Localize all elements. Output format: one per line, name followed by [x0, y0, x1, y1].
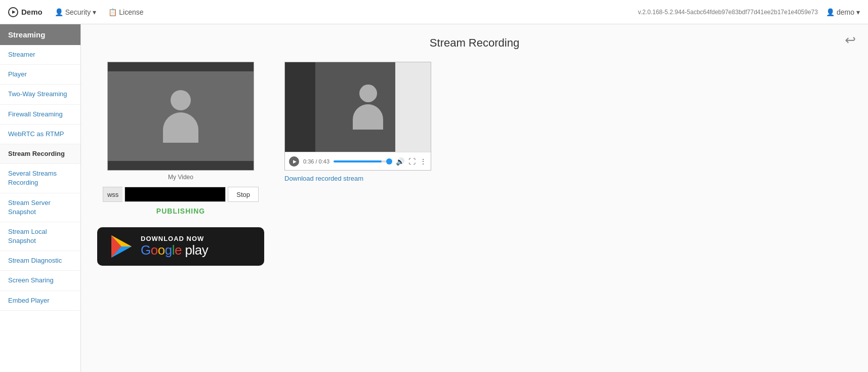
person-body [163, 112, 198, 143]
wss-prefix-label: wss [103, 187, 122, 202]
user-label: demo [837, 8, 854, 16]
security-label: Security [65, 8, 91, 16]
rv-content-right [395, 62, 431, 152]
rv-video-area [285, 62, 431, 152]
rv-play-button[interactable]: ▶ [289, 156, 299, 167]
version-text: v.2.0.168-5.2.944-5acbc64fdeb97e83bdf77d… [638, 9, 818, 16]
rv-person-body [353, 104, 383, 130]
sidebar-item-server-snapshot[interactable]: Stream Server Snapshot [0, 193, 80, 222]
rv-progress-bar[interactable] [334, 160, 392, 162]
wss-input[interactable] [125, 187, 226, 202]
sidebar-item-diagnostic[interactable]: Stream Diagnostic [0, 251, 80, 271]
rv-progress-dot [386, 158, 392, 164]
license-icon: 📋 [108, 8, 117, 16]
download-recorded-link[interactable]: Download recorded stream [284, 175, 363, 182]
recorded-video: ▶ 0:36 / 0:43 🔊 ⛶ ⋮ [284, 62, 431, 171]
webcam-video [107, 62, 254, 171]
sidebar-item-screen-sharing[interactable]: Screen Sharing [0, 271, 80, 291]
person-placeholder-icon [163, 90, 198, 143]
publishing-status: PUBLISHING [156, 207, 205, 215]
sidebar-item-player[interactable]: Player [0, 65, 80, 85]
rv-controls: ▶ 0:36 / 0:43 🔊 ⛶ ⋮ [285, 152, 431, 170]
google-play-name: Google play [141, 242, 208, 258]
brand-icon [8, 7, 18, 17]
security-icon: 👤 [55, 8, 63, 16]
layout: Streaming Streamer Player Two-Way Stream… [0, 24, 868, 372]
share-icon[interactable]: ↪ [845, 32, 856, 48]
rv-person-icon [353, 85, 383, 130]
webcam-panel: My Video wss Stop PUBLISHING [97, 62, 264, 266]
wss-row: wss Stop [103, 187, 259, 202]
stop-button[interactable]: Stop [228, 187, 259, 202]
rv-progress-fill [334, 160, 382, 162]
sidebar-item-firewall[interactable]: Firewall Streaming [0, 105, 80, 125]
rv-person-head [359, 85, 377, 102]
rv-more-icon[interactable]: ⋮ [420, 157, 427, 166]
content-row: My Video wss Stop PUBLISHING [97, 62, 852, 266]
person-head [171, 90, 191, 110]
user-icon: 👤 [826, 8, 835, 16]
topnav: Demo 👤 Security ▾ 📋 License v.2.0.168-5.… [0, 0, 868, 24]
license-label: License [119, 8, 143, 16]
google-play-banner[interactable]: DOWNLOAD NOW Google play [97, 227, 264, 266]
page-title: Stream Recording [97, 36, 852, 50]
sidebar-header: Streaming [0, 24, 80, 45]
sidebar-item-webrtc[interactable]: WebRTC as RTMP [0, 125, 80, 144]
topnav-right: v.2.0.168-5.2.944-5acbc64fdeb97e83bdf77d… [638, 8, 860, 16]
video-label: My Video [168, 174, 193, 181]
brand-logo[interactable]: Demo [8, 7, 43, 17]
brand-label: Demo [21, 8, 43, 16]
rv-time-display: 0:36 / 0:43 [303, 158, 329, 164]
sidebar-item-two-way[interactable]: Two-Way Streaming [0, 85, 80, 104]
rv-fullscreen-icon[interactable]: ⛶ [408, 157, 416, 166]
google-play-text: DOWNLOAD NOW Google play [141, 235, 208, 258]
main-content: ↪ Stream Recording My Video wss Stop PUB… [81, 24, 868, 372]
download-now-label: DOWNLOAD NOW [141, 235, 208, 242]
rv-volume-icon[interactable]: 🔊 [396, 157, 404, 166]
topnav-left: Demo 👤 Security ▾ 📋 License [8, 7, 144, 17]
sidebar-item-streamer[interactable]: Streamer [0, 45, 80, 65]
sidebar-item-local-snapshot[interactable]: Stream Local Snapshot [0, 222, 80, 251]
player-panel: ▶ 0:36 / 0:43 🔊 ⛶ ⋮ Download recorded s [284, 62, 431, 182]
sidebar-item-embed-player[interactable]: Embed Player [0, 291, 80, 311]
security-menu[interactable]: 👤 Security ▾ [55, 8, 97, 16]
user-menu[interactable]: 👤 demo ▾ [826, 8, 860, 16]
license-menu[interactable]: 📋 License [108, 8, 143, 16]
user-caret-icon: ▾ [856, 8, 860, 16]
sidebar-item-several-streams[interactable]: Several Streams Recording [0, 164, 80, 193]
google-play-icon [109, 234, 134, 259]
security-caret-icon: ▾ [93, 8, 96, 16]
sidebar-item-stream-recording[interactable]: Stream Recording [0, 144, 80, 164]
sidebar: Streaming Streamer Player Two-Way Stream… [0, 24, 81, 372]
